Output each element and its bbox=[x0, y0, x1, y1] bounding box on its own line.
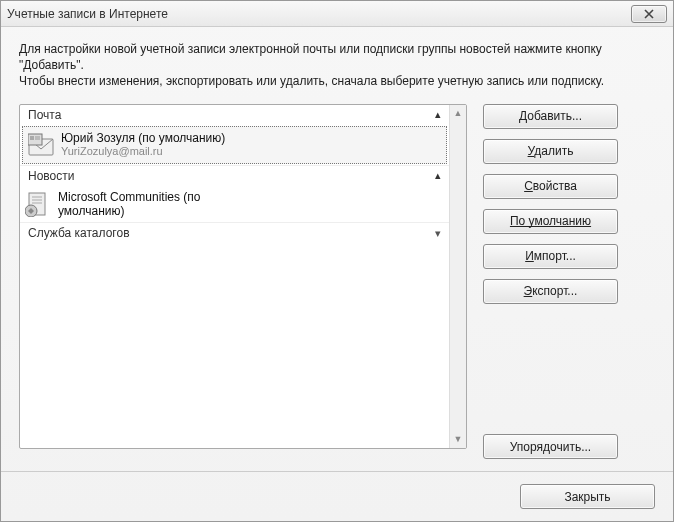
mail-account-email: YuriZozulya@mail.ru bbox=[61, 145, 225, 158]
section-label-catalog: Служба каталогов bbox=[28, 226, 435, 240]
accounts-list-panel: Почта ▴ bbox=[19, 104, 467, 449]
window-close-button[interactable] bbox=[631, 5, 667, 23]
content-area: Для настройки новой учетной записи элект… bbox=[1, 27, 673, 471]
mail-account-text: Юрий Зозуля (по умолчанию) YuriZozulya@m… bbox=[61, 131, 225, 159]
svg-rect-2 bbox=[30, 136, 34, 140]
dialog-window: Учетные записи в Интернете Для настройки… bbox=[0, 0, 674, 522]
section-header-news[interactable]: Новости ▴ bbox=[20, 165, 449, 186]
news-account-item[interactable]: Microsoft Communities (по умолчанию) bbox=[20, 186, 449, 223]
default-button[interactable]: По умолчанию bbox=[483, 209, 618, 234]
arrange-button[interactable]: Упорядочить... bbox=[483, 434, 618, 459]
section-header-mail[interactable]: Почта ▴ bbox=[20, 105, 449, 125]
chevron-up-icon: ▴ bbox=[435, 108, 441, 121]
mail-account-icon bbox=[27, 131, 55, 159]
properties-button[interactable]: Свойства bbox=[483, 174, 618, 199]
instructions-line2: Чтобы внести изменения, экспортировать и… bbox=[19, 74, 604, 88]
scroll-down-icon[interactable]: ▼ bbox=[452, 433, 465, 446]
mail-account-name: Юрий Зозуля (по умолчанию) bbox=[61, 131, 225, 145]
instructions-text: Для настройки новой учетной записи элект… bbox=[19, 41, 655, 90]
news-account-name: Microsoft Communities (по умолчанию) bbox=[58, 190, 238, 219]
section-header-catalog[interactable]: Служба каталогов ▾ bbox=[20, 222, 449, 243]
mail-account-item[interactable]: Юрий Зозуля (по умолчанию) YuriZozulya@m… bbox=[22, 126, 447, 164]
spacer bbox=[483, 314, 618, 424]
window-title: Учетные записи в Интернете bbox=[7, 7, 168, 21]
export-button[interactable]: Экспорт... bbox=[483, 279, 618, 304]
news-account-text: Microsoft Communities (по умолчанию) bbox=[58, 190, 238, 219]
scrollbar[interactable]: ▲ ▼ bbox=[449, 105, 466, 448]
main-row: Почта ▴ bbox=[19, 104, 655, 459]
section-label-news: Новости bbox=[28, 169, 435, 183]
remove-button[interactable]: Удалить bbox=[483, 139, 618, 164]
section-label-mail: Почта bbox=[28, 108, 435, 122]
import-button[interactable]: Импорт... bbox=[483, 244, 618, 269]
close-button[interactable]: Закрыть bbox=[520, 484, 655, 509]
chevron-up-icon: ▴ bbox=[435, 169, 441, 182]
chevron-down-icon: ▾ bbox=[435, 227, 441, 240]
add-button[interactable]: Добавить... bbox=[483, 104, 618, 129]
footer: Закрыть bbox=[1, 471, 673, 521]
close-icon bbox=[644, 9, 654, 19]
scroll-up-icon[interactable]: ▲ bbox=[452, 107, 465, 120]
titlebar: Учетные записи в Интернете bbox=[1, 1, 673, 27]
instructions-line1: Для настройки новой учетной записи элект… bbox=[19, 42, 602, 72]
buttons-column: Добавить... Удалить Свойства По умолчани… bbox=[483, 104, 618, 459]
accounts-list: Почта ▴ bbox=[20, 105, 449, 448]
news-account-icon bbox=[24, 190, 52, 218]
